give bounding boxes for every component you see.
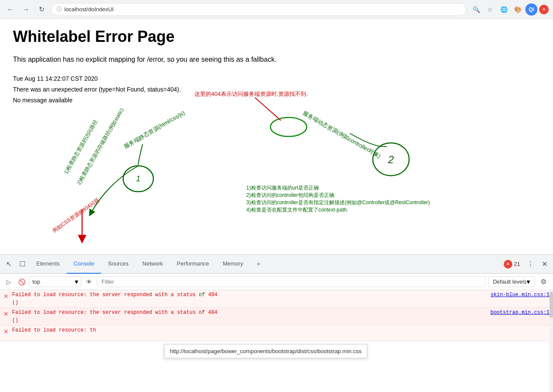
log-link-2[interactable]: bootstrap.min.css:1 xyxy=(490,310,550,316)
console-log-area[interactable]: ✕ Failed to load resource: the server re… xyxy=(0,290,553,392)
inspect-element-button[interactable]: ↖ xyxy=(2,257,16,271)
url-text: localhost/doIndexUI xyxy=(64,6,114,13)
tab-console[interactable]: Console xyxy=(67,255,101,274)
error-icon: ✕ xyxy=(3,310,9,317)
page-description: This application has no explicit mapping… xyxy=(13,54,540,65)
browser-actions: 🔍 ☆ 🌐 🎨 Qi × xyxy=(470,3,549,16)
bookmark-icon[interactable]: ☆ xyxy=(484,3,496,16)
error-count: 21 xyxy=(514,261,520,267)
svg-text:1)检查静态资源的访问路径: 1)检查静态资源的访问路径 xyxy=(63,119,99,175)
svg-text:服务端动态资源(例如controller对象): 服务端动态资源(例如controller对象) xyxy=(302,110,382,160)
extension-error-icon[interactable]: × xyxy=(539,5,549,14)
settings-button[interactable]: ⚙ xyxy=(537,276,550,288)
lock-icon: ⓘ xyxy=(57,6,62,13)
log-text-1b: () xyxy=(12,300,18,306)
svg-point-1 xyxy=(270,117,307,136)
devtools-close-button[interactable]: ✕ xyxy=(537,257,551,271)
log-entry: ✕ Failed to load resource: th xyxy=(0,326,553,341)
error-icon: ✕ xyxy=(3,293,9,300)
block-requests-button[interactable]: 🚫 xyxy=(16,277,27,287)
log-text-3: Failed to load resource: th xyxy=(12,327,550,333)
extension2-icon[interactable]: 🎨 xyxy=(512,3,524,16)
tab-network[interactable]: Network xyxy=(136,255,170,274)
level-value: Default levels xyxy=(493,278,527,285)
scrollbar-thumb[interactable] xyxy=(550,292,553,318)
tooltip-box: http://localhost/page/bower_components/b… xyxy=(164,344,367,358)
browser-toolbar: ← → ↻ ⓘ localhost/doIndexUI 🔍 ☆ 🌐 🎨 Qi × xyxy=(0,0,553,19)
tab-performance[interactable]: Performance xyxy=(170,255,216,274)
filter-input[interactable] xyxy=(97,276,486,287)
forward-button[interactable]: → xyxy=(20,3,32,16)
context-selector[interactable]: top ▾ xyxy=(29,276,81,287)
error-timestamp: Tue Aug 11 14:22:07 CST 2020 xyxy=(13,73,540,84)
context-dropdown-icon: ▾ xyxy=(75,278,78,286)
svg-text:1: 1 xyxy=(136,174,140,183)
avatar[interactable]: Qi xyxy=(525,3,537,16)
extension1-icon[interactable]: 🌐 xyxy=(498,3,510,16)
devtools-tabs: ↖ ☐ Elements Console Sources Network Per… xyxy=(0,255,553,274)
svg-text:1)检查访问服务端的url是否正确: 1)检查访问服务端的url是否正确 xyxy=(246,185,319,191)
svg-point-5 xyxy=(123,166,153,192)
error-icon: ✕ xyxy=(3,328,9,335)
svg-text:服务端静态资源(html/css/js): 服务端静态资源(html/css/js) xyxy=(123,109,186,149)
log-entry: ✕ Failed to load resource: the server re… xyxy=(0,308,553,326)
log-link-1[interactable]: skin-blue.min.css:1 xyxy=(490,292,550,298)
back-button[interactable]: ← xyxy=(4,3,16,16)
svg-text:3)检查访问的controller是否有指定注解描述(例如@: 3)检查访问的controller是否有指定注解描述(例如@Controller… xyxy=(246,199,430,205)
level-dropdown-icon: ▾ xyxy=(527,278,530,286)
clear-console-button[interactable]: ▷ xyxy=(3,277,14,287)
context-value: top xyxy=(32,278,75,285)
scrollbar-track xyxy=(550,290,553,392)
log-text-2b: () xyxy=(12,317,18,323)
tab-elements[interactable]: Elements xyxy=(29,255,67,274)
page-content: Whitelabel Error Page This application h… xyxy=(0,19,553,254)
reload-button[interactable]: ↻ xyxy=(35,3,48,16)
svg-text:4)检查是否在配置文件中配置了context-path.: 4)检查是否在配置文件中配置了context-path. xyxy=(246,207,348,213)
svg-point-7 xyxy=(373,143,409,176)
tab-memory[interactable]: Memory xyxy=(216,255,250,274)
devtools-more-button[interactable]: ⋮ xyxy=(524,257,537,271)
devtools-panel: ↖ ☐ Elements Console Sources Network Per… xyxy=(0,254,553,392)
address-bar[interactable]: ⓘ localhost/doIndexUI xyxy=(51,3,467,16)
error-details: Tue Aug 11 14:22:07 CST 2020 There was a… xyxy=(13,73,540,106)
error-type: There was an unexpected error (type=Not … xyxy=(13,84,540,95)
log-text-1: Failed to load resource: the server resp… xyxy=(12,292,251,298)
tooltip-url: http://localhost/page/bower_components/b… xyxy=(170,348,362,354)
log-text-2: Failed to load resource: the server resp… xyxy=(12,310,251,316)
log-entry: ✕ Failed to load resource: the server re… xyxy=(0,290,553,308)
svg-text:2)检查静态资源的存储路径(例如static): 2)检查静态资源的存储路径(例如static) xyxy=(76,107,124,186)
page-title: Whitelabel Error Page xyxy=(13,28,540,46)
tab-more[interactable]: » xyxy=(250,255,267,274)
console-toolbar: ▷ 🚫 top ▾ 👁 Default levels ▾ ⚙ xyxy=(0,274,553,290)
eye-button[interactable]: 👁 xyxy=(84,277,94,287)
svg-text:例如CSS资源的404问题: 例如CSS资源的404问题 xyxy=(51,197,100,234)
svg-text:2)检查访问的controller包结构是否正确: 2)检查访问的controller包结构是否正确 xyxy=(246,192,334,198)
error-message: No message available xyxy=(13,95,540,106)
error-badge: ✕ xyxy=(504,260,512,269)
device-toolbar-button[interactable]: ☐ xyxy=(16,257,29,271)
tab-sources[interactable]: Sources xyxy=(101,255,136,274)
search-icon[interactable]: 🔍 xyxy=(470,3,482,16)
svg-text:2: 2 xyxy=(388,154,394,165)
level-selector[interactable]: Default levels ▾ xyxy=(488,276,535,287)
